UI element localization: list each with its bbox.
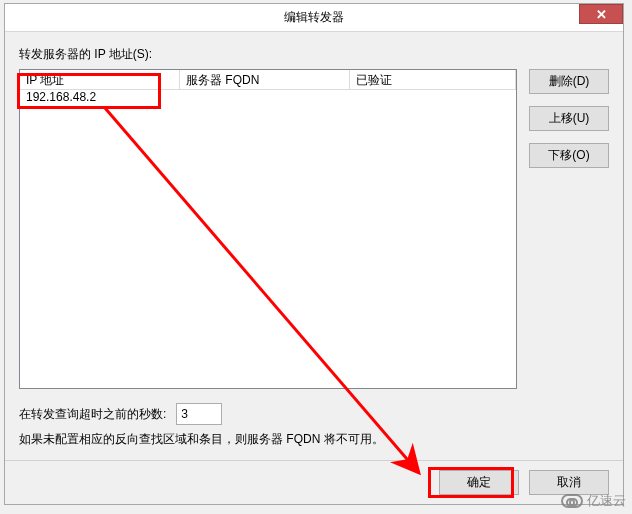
close-button[interactable]: ✕ (579, 4, 623, 24)
column-ip[interactable]: IP 地址 (20, 70, 180, 89)
window-title: 编辑转发器 (284, 9, 344, 26)
close-icon: ✕ (596, 7, 607, 22)
timeout-row: 在转发查询超时之前的秒数: (19, 403, 609, 425)
side-buttons: 删除(D) 上移(U) 下移(O) (529, 69, 609, 168)
titlebar: 编辑转发器 ✕ (5, 4, 623, 32)
ok-button[interactable]: 确定 (439, 470, 519, 495)
column-verified[interactable]: 已验证 (350, 70, 516, 89)
column-fqdn[interactable]: 服务器 FQDN (180, 70, 350, 89)
bottom-bar: 确定 取消 (5, 460, 623, 504)
forwarder-ip-label: 转发服务器的 IP 地址(S): (19, 46, 609, 63)
move-down-button[interactable]: 下移(O) (529, 143, 609, 168)
forwarder-list[interactable]: IP 地址 服务器 FQDN 已验证 192.168.48.2 (19, 69, 517, 389)
timeout-label: 在转发查询超时之前的秒数: (19, 406, 166, 423)
timeout-input[interactable] (176, 403, 222, 425)
move-up-button[interactable]: 上移(U) (529, 106, 609, 131)
cancel-button[interactable]: 取消 (529, 470, 609, 495)
info-text: 如果未配置相应的反向查找区域和条目，则服务器 FQDN 将不可用。 (19, 431, 609, 448)
main-area: IP 地址 服务器 FQDN 已验证 192.168.48.2 删除(D) 上移… (19, 69, 609, 389)
list-header: IP 地址 服务器 FQDN 已验证 (20, 70, 516, 90)
delete-button[interactable]: 删除(D) (529, 69, 609, 94)
dialog-content: 转发服务器的 IP 地址(S): IP 地址 服务器 FQDN 已验证 192.… (5, 32, 623, 458)
cell-ip: 192.168.48.2 (20, 90, 180, 106)
table-row[interactable]: 192.168.48.2 (20, 90, 516, 106)
dialog-window: 编辑转发器 ✕ 转发服务器的 IP 地址(S): IP 地址 服务器 FQDN … (4, 3, 624, 505)
